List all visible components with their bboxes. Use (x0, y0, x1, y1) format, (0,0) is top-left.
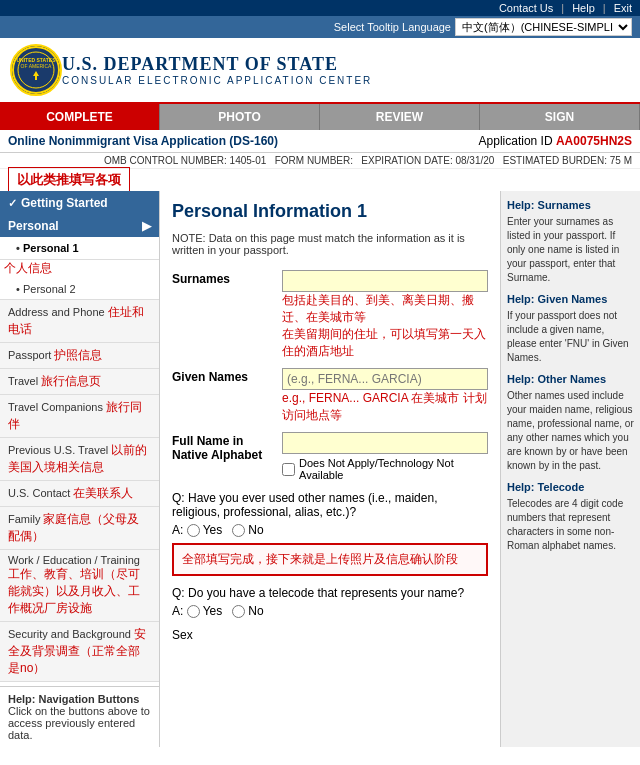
sidebar-item-address[interactable]: Address and Phone 住址和电话 (0, 300, 159, 343)
sidebar-item-personal2[interactable]: Personal 2 (0, 279, 159, 300)
full-name-native-row: Full Name in Native Alphabet Does Not Ap… (172, 432, 488, 481)
answer-label-0: A: (172, 523, 183, 537)
given-names-row: Given Names e.g., FERNA... GARCIA 在美城市 计… (172, 368, 488, 424)
telecode-answer-row: A: Yes No (172, 604, 488, 618)
given-names-label: Given Names (172, 368, 282, 384)
sidebar-item-us-contact[interactable]: U.S. Contact 在美联系人 (0, 481, 159, 507)
top-annotation: 以此类推填写各项 (8, 167, 130, 192)
tab-complete[interactable]: COMPLETE (0, 104, 160, 130)
given-names-input[interactable] (282, 368, 488, 390)
sidebar-personal1-label: Personal 1 (23, 242, 79, 254)
work-label: Work / Education / Training (8, 554, 140, 566)
sidebar-item-travel[interactable]: Travel 旅行信息页 (0, 369, 159, 395)
sidebar-item-travel-companions[interactable]: Travel Companions 旅行同伴 (0, 395, 159, 438)
sidebar-item-family[interactable]: Family 家庭信息（父母及配偶） (0, 507, 159, 550)
us-contact-label: U.S. Contact (8, 487, 70, 499)
family-label: Family (8, 513, 40, 525)
travel-annotation: 旅行信息页 (41, 374, 101, 388)
other-names-yes-label: Yes (187, 523, 223, 537)
qa-telecode: Q: Do you have a telecode that represent… (172, 586, 488, 618)
help-link[interactable]: Help (572, 2, 595, 14)
tab-photo[interactable]: PHOTO (160, 104, 320, 130)
language-label: Select Tooltip Language (334, 21, 451, 33)
omb-expiration: EXPIRATION DATE: 08/31/20 (361, 155, 494, 166)
note-box: NOTE: Data on this page must match the i… (172, 228, 488, 260)
sidebar-item-previous-travel[interactable]: Previous U.S. Travel 以前的美国入境相关信息 (0, 438, 159, 481)
sidebar-help-text: Click on the buttons above to access pre… (8, 705, 151, 741)
sidebar: Getting Started Personal ▶ Personal 1 个人… (0, 191, 160, 747)
not-apply-checkbox[interactable] (282, 463, 295, 476)
surnames-annotation2: 在美留期间的住址，可以填写第一天入住的酒店地址 (282, 326, 488, 360)
sidebar-help-title: Help: Navigation Buttons (8, 693, 151, 705)
app-name: Online Nonimmigrant Visa Application (DS… (8, 134, 278, 148)
sidebar-personal-label: Personal (8, 219, 59, 233)
page-title: Personal Information 1 (172, 201, 488, 222)
not-apply-row: Does Not Apply/Technology Not Available (282, 457, 488, 481)
other-names-yes-text: Yes (203, 523, 223, 537)
surnames-input-area: 包括赴美目的、到美、离美日期、搬迁、在美城市等 在美留期间的住址，可以填写第一天… (282, 270, 488, 360)
address-label: Address and Phone (8, 306, 105, 318)
passport-label: Passport (8, 349, 51, 361)
language-select[interactable]: 中文(简体）(CHINESE-SIMPLI (455, 18, 632, 36)
app-id-label: Application ID (479, 134, 553, 148)
omb-form: FORM NUMBER: (275, 155, 353, 166)
answer-label-1: A: (172, 604, 183, 618)
other-names-answer-row: A: Yes No (172, 523, 488, 537)
telecode-no-radio[interactable] (232, 605, 245, 618)
completion-annotation: 全部填写完成，接下来就是上传照片及信息确认阶段 (172, 543, 488, 576)
surnames-annotation: 包括赴美目的、到美、离美日期、搬迁、在美城市等 (282, 292, 488, 326)
surnames-input[interactable] (282, 270, 488, 292)
help-given-names-text: If your passport does not include a give… (507, 309, 634, 365)
other-names-yes-radio[interactable] (187, 524, 200, 537)
sidebar-item-passport[interactable]: Passport 护照信息 (0, 343, 159, 369)
help-telecode-text: Telecodes are 4 digit code numbers that … (507, 497, 634, 553)
sidebar-personal-section[interactable]: Personal ▶ (0, 215, 159, 237)
personal1-annotation: 个人信息 (4, 261, 52, 275)
exit-link[interactable]: Exit (614, 2, 632, 14)
sidebar-getting-started[interactable]: Getting Started (0, 191, 159, 215)
language-bar: Select Tooltip Language 中文(简体）(CHINESE-S… (0, 16, 640, 38)
other-names-no-text: No (248, 523, 263, 537)
help-surnames-title: Help: Surnames (507, 199, 634, 211)
us-contact-annotation: 在美联系人 (73, 486, 133, 500)
dept-title: U.S. Department of State (62, 54, 372, 75)
header-text: U.S. Department of State CONSULAR ELECTR… (62, 54, 372, 86)
other-names-no-radio[interactable] (232, 524, 245, 537)
svg-text:OF AMERICA: OF AMERICA (21, 63, 53, 69)
header: UNITED STATES OF AMERICA U.S. Department… (0, 38, 640, 104)
sidebar-item-personal1[interactable]: Personal 1 (0, 237, 159, 260)
surnames-row: Surnames 包括赴美目的、到美、离美日期、搬迁、在美城市等 在美留期间的住… (172, 270, 488, 360)
telecode-question: Q: Do you have a telecode that represent… (172, 586, 488, 600)
sidebar-item-security[interactable]: Security and Background 安全及背景调查（正常全部是no） (0, 622, 159, 682)
help-panel: Help: Surnames Enter your surnames as li… (500, 191, 640, 747)
surnames-label: Surnames (172, 270, 282, 286)
travel-label: Travel (8, 375, 38, 387)
help-other-names-text: Other names used include your maiden nam… (507, 389, 634, 473)
telecode-yes-label: Yes (187, 604, 223, 618)
help-other-names-title: Help: Other Names (507, 373, 634, 385)
full-name-native-input-area: Does Not Apply/Technology Not Available (282, 432, 488, 481)
app-id: Application ID AA0075HN2S (479, 134, 632, 148)
app-title-bar: Online Nonimmigrant Visa Application (DS… (0, 130, 640, 153)
svg-rect-5 (35, 74, 37, 80)
telecode-no-text: No (248, 604, 263, 618)
sidebar-item-work[interactable]: Work / Education / Training 工作、教育、培训（尽可能… (0, 550, 159, 622)
dept-subtitle: CONSULAR ELECTRONIC APPLICATION CENTER (62, 75, 372, 86)
sidebar-help: Help: Navigation Buttons Click on the bu… (0, 686, 159, 747)
omb-burden: ESTIMATED BURDEN: 75 M (503, 155, 632, 166)
telecode-no-label: No (232, 604, 263, 618)
sex-label: Sex (172, 628, 193, 642)
telecode-yes-text: Yes (203, 604, 223, 618)
help-telecode-title: Help: Telecode (507, 481, 634, 493)
qa-other-names: Q: Have you ever used other names (i.e.,… (172, 491, 488, 537)
other-names-no-label: No (232, 523, 263, 537)
contact-us-link[interactable]: Contact Us (499, 2, 553, 14)
travel-companions-label: Travel Companions (8, 401, 103, 413)
tab-review[interactable]: REVIEW (320, 104, 480, 130)
full-name-native-input[interactable] (282, 432, 488, 454)
omb-control: OMB CONTROL NUMBER: 1405-01 (104, 155, 266, 166)
passport-annotation: 护照信息 (54, 348, 102, 362)
tab-sign[interactable]: SIGN (480, 104, 640, 130)
help-given-names-title: Help: Given Names (507, 293, 634, 305)
telecode-yes-radio[interactable] (187, 605, 200, 618)
